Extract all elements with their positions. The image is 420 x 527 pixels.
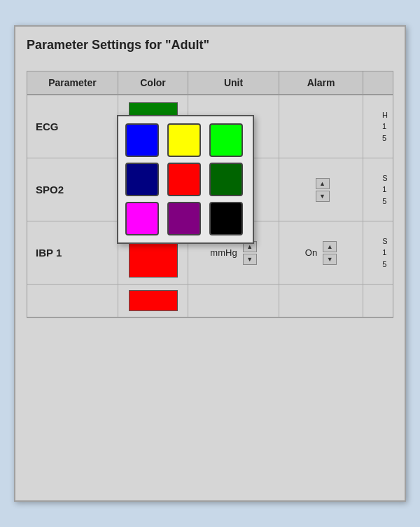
table-header-row: Parameter Color Unit Alarm xyxy=(27,71,393,95)
color-picker-darkgreen[interactable] xyxy=(209,163,243,196)
ibp1-alarm-wrap: On ▲ ▼ xyxy=(305,241,337,265)
ibp1-info-cell: S15 xyxy=(363,221,405,284)
color-picker-red[interactable] xyxy=(167,163,201,196)
col-header-color: Color xyxy=(118,71,188,94)
ibp1-unit-stepper[interactable]: ▲ ▼ xyxy=(243,241,257,265)
ecg-alarm-info: H15 xyxy=(381,109,388,144)
ibp1-unit-down-btn[interactable]: ▼ xyxy=(243,254,257,265)
color-picker-yellow[interactable] xyxy=(167,123,201,157)
color-picker-popup xyxy=(117,115,254,244)
spo2-alarm-stepper[interactable]: ▲ ▼ xyxy=(316,178,330,202)
color-picker-lime[interactable] xyxy=(209,123,243,157)
extra-info-cell xyxy=(363,285,405,317)
spo2-alarm-cell: ▲ ▼ xyxy=(279,158,363,221)
color-picker-navy[interactable] xyxy=(125,163,159,196)
color-picker-purple[interactable] xyxy=(167,202,201,235)
ibp1-unit-value: mmHg xyxy=(210,247,237,258)
ibp1-alarm-info: S15 xyxy=(381,235,387,271)
spo2-alarm-up-btn[interactable]: ▲ xyxy=(316,178,330,189)
ibp1-alarm-stepper[interactable]: ▲ ▼ xyxy=(323,241,337,265)
extra-color-swatch xyxy=(129,290,178,311)
col-header-alarm: Alarm xyxy=(279,71,363,94)
ibp1-unit-wrap: mmHg ▲ ▼ xyxy=(210,241,256,265)
spo2-info-cell: S15 xyxy=(363,158,405,221)
col-header-extra xyxy=(363,71,405,94)
extra-param-label xyxy=(27,285,118,317)
color-picker-black[interactable] xyxy=(209,202,243,235)
extra-alarm-cell xyxy=(279,285,363,317)
spo2-alarm-down-btn[interactable]: ▼ xyxy=(316,191,330,202)
ecg-info-cell: H15 xyxy=(363,95,405,158)
ecg-param-label: ECG xyxy=(27,95,118,158)
ibp1-param-label: IBP 1 xyxy=(27,221,118,284)
color-picker-blue[interactable] xyxy=(125,123,159,157)
ibp1-alarm-cell: On ▲ ▼ xyxy=(279,221,363,284)
main-window: Parameter Settings for "Adult" Parameter… xyxy=(14,25,406,502)
col-header-parameter: Parameter xyxy=(27,71,118,94)
parameter-table: Parameter Color Unit Alarm ECG H15 xyxy=(27,71,393,318)
spo2-alarm-info: S15 xyxy=(381,172,387,207)
col-header-unit: Unit xyxy=(188,71,279,94)
ecg-alarm-cell xyxy=(279,95,363,158)
extra-unit-cell xyxy=(188,285,279,317)
table-row-extra xyxy=(27,285,393,317)
page-title: Parameter Settings for "Adult" xyxy=(27,38,393,58)
spo2-param-label: SPO2 xyxy=(27,158,118,221)
extra-color-cell xyxy=(118,285,188,317)
ibp1-alarm-up-btn[interactable]: ▲ xyxy=(323,241,337,252)
color-picker-magenta[interactable] xyxy=(125,202,159,235)
ibp1-alarm-value: On xyxy=(305,247,317,258)
ibp1-alarm-down-btn[interactable]: ▼ xyxy=(323,254,337,265)
